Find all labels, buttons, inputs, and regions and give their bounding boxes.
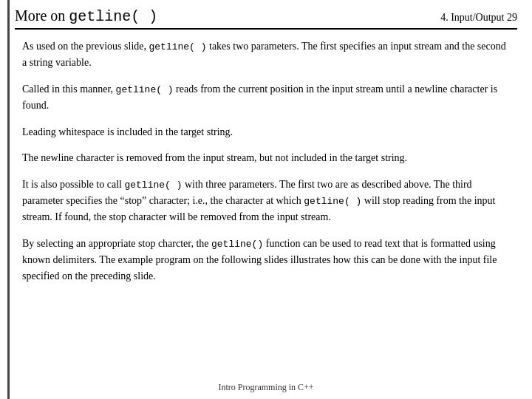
- slide-title: More on getline( ): [15, 7, 157, 25]
- getline-code-5: getline(): [211, 239, 263, 250]
- footer-text: Intro Programming in C++: [218, 382, 313, 392]
- title-code: getline( ): [69, 8, 157, 25]
- paragraph-2-text: Called in this manner, getline( ) reads …: [22, 81, 510, 114]
- paragraph-6-text: By selecting an appropriate stop charcte…: [22, 236, 510, 284]
- getline-code-3: getline( ): [124, 180, 182, 191]
- paragraph-5-text: It is also possible to call getline( ) w…: [22, 177, 510, 225]
- paragraph-2: Called in this manner, getline( ) reads …: [22, 81, 510, 114]
- paragraph-4-text: The newline character is removed from th…: [22, 150, 510, 166]
- left-bar-decoration: [7, 0, 10, 399]
- getline-code-1: getline( ): [149, 41, 206, 52]
- paragraph-5: It is also possible to call getline( ) w…: [22, 177, 510, 225]
- paragraph-1: As used on the previous slide, getline( …: [22, 38, 510, 71]
- slide-content: As used on the previous slide, getline( …: [15, 38, 517, 284]
- paragraph-3-text: Leading whitespace is included in the ta…: [22, 124, 510, 140]
- paragraph-4: The newline character is removed from th…: [22, 150, 510, 166]
- paragraph-3: Leading whitespace is included in the ta…: [22, 124, 510, 140]
- paragraph-6: By selecting an appropriate stop charcte…: [22, 236, 510, 284]
- paragraph-1-text: As used on the previous slide, getline( …: [22, 38, 510, 71]
- slide-header: More on getline( ) 4. Input/Output 29: [15, 7, 517, 30]
- getline-code-2: getline( ): [116, 84, 174, 95]
- slide-number: 4. Input/Output 29: [440, 12, 517, 24]
- title-plain: More on: [15, 7, 69, 24]
- slide-page: More on getline( ) 4. Input/Output 29 As…: [0, 0, 532, 399]
- getline-code-4: getline( ): [304, 196, 361, 207]
- slide-footer: Intro Programming in C++: [0, 382, 532, 393]
